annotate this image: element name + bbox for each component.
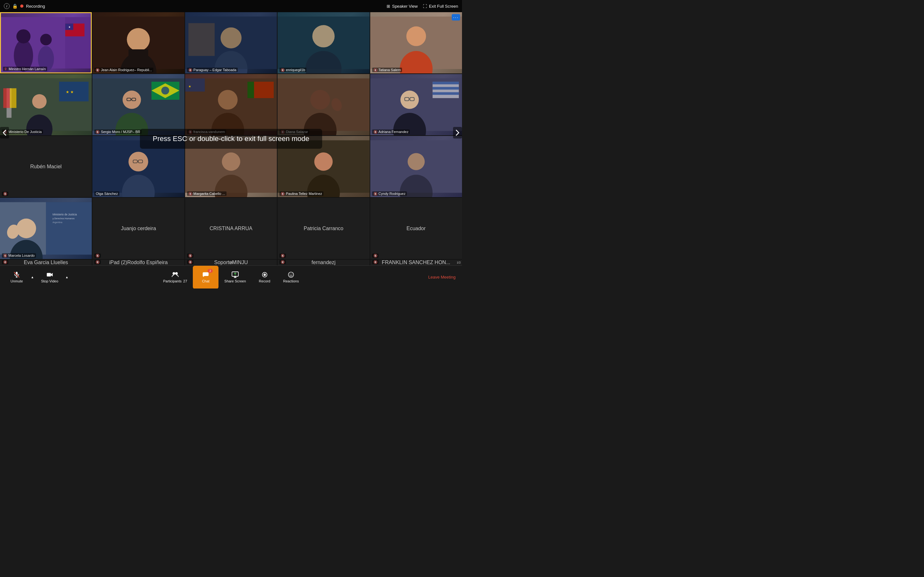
video-caret-button[interactable]: ▲ (65, 276, 69, 279)
participant-name-7: 🔇 Sergio Moro / MJSP– BR (94, 129, 142, 134)
participants-icon (171, 271, 179, 278)
next-page-button[interactable] (453, 127, 462, 139)
svg-rect-65 (433, 92, 459, 95)
participant-name-display-24: fernandezj (312, 259, 336, 266)
svg-rect-63 (433, 82, 459, 84)
video-cell-22[interactable]: iPad (2)Rodolfo Espiñeira 🔇 (92, 259, 184, 266)
top-bar-right: ⊞ Speaker View ⛶ Exit Full Screen (387, 4, 458, 9)
svg-point-23 (406, 26, 426, 46)
svg-text:★: ★ (188, 85, 191, 88)
reactions-icon (288, 271, 294, 278)
video-cell-12[interactable]: Olga Sánchez (92, 136, 184, 197)
chat-button[interactable]: 2 Chat (193, 266, 218, 289)
video-cell-25[interactable]: FRANKLIN SANCHEZ HON... 🔇 (370, 259, 462, 266)
svg-point-5 (40, 34, 52, 45)
toolbar-right: Leave Meeting (428, 275, 456, 279)
participant-name-display-25: FRANKLIN SANCHEZ HON... (382, 259, 450, 266)
mic-icon-9: 🔇 (281, 130, 284, 134)
svg-point-107 (290, 274, 290, 274)
chat-badge: 2 (208, 269, 213, 273)
svg-text:Argentina: Argentina (53, 221, 63, 224)
svg-point-89 (16, 219, 36, 238)
leave-meeting-button[interactable]: Leave Meeting (428, 275, 456, 279)
record-label: Record (259, 279, 270, 283)
video-cell-1[interactable]: ★ 🎙 Ministro Hernán Larraín (0, 12, 92, 73)
video-cell-4[interactable]: 🔇 enriquegil1b (278, 12, 369, 73)
video-cell-18[interactable]: CRISTINA ARRUA 🔇 (185, 198, 277, 259)
unmute-button[interactable]: Unmute (4, 266, 29, 289)
participant-name-display-17: Juanjo cerdeira (121, 226, 156, 231)
top-bar-left: i 🔒 Recording (4, 3, 384, 9)
svg-rect-48 (185, 79, 205, 92)
record-icon (261, 271, 268, 278)
mic-icon-24: 🔇 (281, 260, 284, 264)
speaker-view-button[interactable]: ⊞ Speaker View (387, 4, 418, 9)
svg-point-37 (162, 87, 170, 95)
video-cell-9[interactable]: 🔇 Diana Salazar (278, 74, 369, 135)
participant-name-20: 🔇 (372, 253, 379, 258)
svg-rect-32 (59, 82, 89, 101)
video-cell-15[interactable]: 🔇 Cyndy Rodriguez (370, 136, 462, 197)
participant-name-2: 🔇 Jean Alain Rodriguez– Republi... (94, 68, 153, 72)
speaker-view-label: Speaker View (392, 4, 418, 9)
mic-icon-17: 🔇 (95, 254, 99, 258)
video-cell-2[interactable]: 🔇 Jean Alain Rodriguez– Republi... (92, 12, 184, 73)
mic-icon-22: 🔇 (95, 260, 99, 264)
video-cell-24[interactable]: fernandezj 🔇 (278, 259, 369, 266)
participant-name-5: 🔇 Tatiana Salem (372, 68, 402, 72)
participant-name-22: 🔇 (94, 260, 101, 264)
participant-name-1: 🎙 Ministro Hernán Larraín (3, 67, 47, 71)
svg-rect-28 (3, 88, 10, 108)
participant-name-12: Olga Sánchez (94, 191, 119, 196)
stop-video-button[interactable]: Stop Video (35, 266, 64, 289)
video-cell-6[interactable]: ★ ★ 🔇 Ministerio De Justicia (0, 74, 92, 135)
video-icon (46, 271, 53, 278)
mute-caret-button[interactable]: ▲ (30, 276, 35, 279)
video-cell-20[interactable]: Ecuador 🔇 (370, 198, 462, 259)
exit-fullscreen-button[interactable]: ⛶ Exit Full Screen (423, 4, 458, 9)
top-bar: i 🔒 Recording ⊞ Speaker View ⛶ Exit Full… (0, 0, 462, 12)
prev-page-button[interactable] (0, 127, 9, 139)
participant-name-8: 🔇 francisca.vandunem (187, 129, 226, 134)
video-cell-10[interactable]: 🔇 Adriana Fernandez (370, 74, 462, 135)
video-thumb-2 (92, 12, 184, 73)
participants-button[interactable]: Participants 27 (158, 266, 193, 289)
mic-icon-16: 🔇 (3, 254, 7, 258)
video-cell-21[interactable]: Eva Garcia Lluelles 🔇 (0, 259, 92, 266)
svg-rect-1 (1, 17, 65, 68)
three-dots-menu-5[interactable]: ··· (452, 14, 460, 21)
video-cell-3[interactable]: 🔇 Paraguay – Edgar Taboada (185, 12, 277, 73)
exit-fullscreen-label: Exit Full Screen (429, 4, 458, 9)
participant-name-18: 🔇 (187, 253, 194, 258)
video-thumb-7 (92, 74, 184, 135)
svg-point-3 (16, 29, 31, 43)
record-button[interactable]: Record (252, 266, 278, 289)
info-icon[interactable]: i (4, 3, 10, 9)
svg-point-106 (288, 272, 294, 277)
svg-text:★ ★: ★ ★ (66, 90, 74, 94)
mic-icon-15: 🔇 (373, 192, 377, 195)
video-thumb-5 (370, 12, 462, 73)
svg-point-11 (127, 28, 150, 51)
video-cell-13[interactable]: 🔇 Margarita Cabello ... (185, 136, 277, 197)
mic-icon-3: 🔇 (188, 68, 192, 72)
svg-rect-101 (234, 276, 236, 277)
video-cell-17[interactable]: Juanjo cerdeira 🔇 (92, 198, 184, 259)
video-cell-5[interactable]: ··· 🔇 Tatiana Salem (370, 12, 462, 73)
reactions-button[interactable]: Reactions (278, 266, 305, 289)
participant-name-10: 🔇 Adriana Fernandez (372, 129, 410, 134)
share-screen-button[interactable]: Share Screen (218, 266, 252, 289)
video-cell-16[interactable]: Ministerio de Justicia y Derechos Humano… (0, 198, 92, 259)
svg-point-98 (175, 272, 178, 275)
video-cell-19[interactable]: Patricia Carranco 🔇 (278, 198, 369, 259)
video-cell-14[interactable]: 🔇 Paulina Tellez Martinez (278, 136, 369, 197)
mic-icon-11: 🔇 (3, 192, 7, 195)
svg-text:Ministerio de Justicia: Ministerio de Justicia (53, 213, 77, 216)
video-cell-8[interactable]: ★ 🔇 francisca.vandunem (185, 74, 277, 135)
participant-name-display-19: Patricia Carranco (304, 226, 344, 231)
video-cell-7[interactable]: 🔇 Sergio Moro / MJSP– BR (92, 74, 184, 135)
video-thumb-10 (370, 74, 462, 135)
video-thumb-8: ★ (185, 74, 277, 135)
participant-name-11: 🔇 (2, 192, 8, 196)
video-cell-11[interactable]: Rubén Maciel 🔇 (0, 136, 92, 197)
